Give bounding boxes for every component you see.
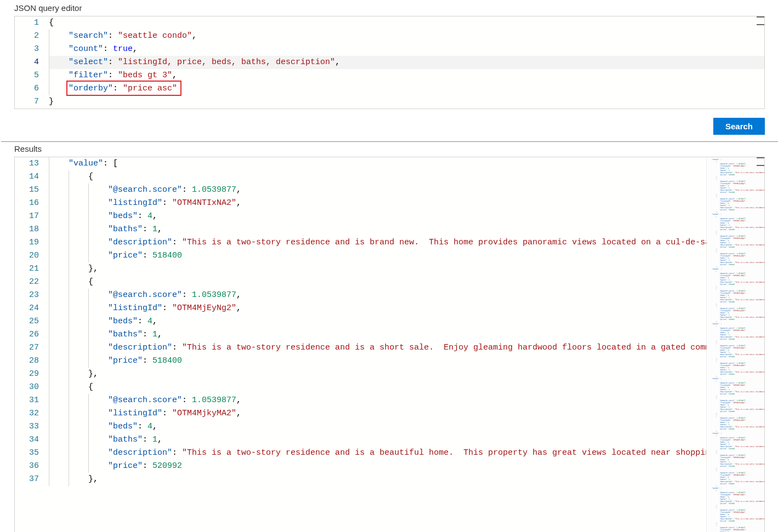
line-number: 35 <box>15 447 39 460</box>
line-number: 30 <box>15 381 39 394</box>
line-number: 27 <box>15 341 39 354</box>
line-number: 16 <box>15 197 39 210</box>
line-number: 5 <box>15 69 39 82</box>
line-number: 6 <box>15 82 39 95</box>
code-line: "baths": 1, <box>49 433 706 447</box>
code-line: { <box>49 16 764 30</box>
code-line: "filter": "beds gt 3", <box>49 69 764 82</box>
code-line: { <box>49 381 706 394</box>
overview-ruler <box>757 157 764 166</box>
line-number: 19 <box>15 236 39 249</box>
minimap[interactable]: "value": [ { "@search.score": 1.0539877,… <box>706 157 764 532</box>
code-line: "description": "This is a two-story resi… <box>49 447 706 460</box>
line-number: 7 <box>15 95 39 108</box>
code-line: "@search.score": 1.0539877, <box>49 289 706 302</box>
search-button[interactable]: Search <box>713 118 765 135</box>
code-line: }, <box>49 368 706 381</box>
line-number: 13 <box>15 157 39 170</box>
code-line: "description": "This is a two-story resi… <box>49 341 706 354</box>
code-line: "beds": 4, <box>49 420 706 433</box>
code-line: "select": "listingId, price, beds, baths… <box>49 56 764 69</box>
line-number: 23 <box>15 289 39 302</box>
code-line: "listingId": "OTM4NTIxNA2", <box>49 197 706 210</box>
line-number: 32 <box>15 407 39 420</box>
code-line: { <box>49 170 706 184</box>
query-editor-panel: 1234567 { "search": "seattle condo", "co… <box>14 16 765 109</box>
code-line: "@search.score": 1.0539877, <box>49 184 706 197</box>
code-line: "beds": 4, <box>49 210 706 223</box>
code-line: "baths": 1, <box>49 328 706 341</box>
code-line: "price": 520992 <box>49 460 706 473</box>
results-panel: 1314151617181920212223242526272829303132… <box>14 157 765 532</box>
line-number: 34 <box>15 433 39 447</box>
code-line: "baths": 1, <box>49 223 706 236</box>
line-number: 1 <box>15 16 39 30</box>
line-number: 3 <box>15 43 39 56</box>
results-viewer[interactable]: 1314151617181920212223242526272829303132… <box>15 157 706 486</box>
line-number: 2 <box>15 30 39 43</box>
line-number: 17 <box>15 210 39 223</box>
line-number: 24 <box>15 302 39 315</box>
editor-title: JSON query editor <box>1 1 778 16</box>
line-number: 37 <box>15 473 39 486</box>
code-line: "@search.score": 1.0539877, <box>49 394 706 407</box>
line-number: 31 <box>15 394 39 407</box>
line-number: 28 <box>15 354 39 368</box>
line-number: 14 <box>15 170 39 184</box>
code-line: }, <box>49 473 706 486</box>
code-line: "orderby": "price asc" <box>49 82 764 95</box>
code-line: "listingId": "OTM4MjEyNg2", <box>49 302 706 315</box>
line-number: 18 <box>15 223 39 236</box>
code-line: "description": "This is a two-story resi… <box>49 236 706 249</box>
code-line: "count": true, <box>49 43 764 56</box>
line-number: 36 <box>15 460 39 473</box>
line-number: 15 <box>15 184 39 197</box>
code-line: "search": "seattle condo", <box>49 30 764 43</box>
code-line: } <box>49 95 764 108</box>
code-line: "price": 518400 <box>49 249 706 262</box>
line-number: 21 <box>15 262 39 276</box>
line-number: 26 <box>15 328 39 341</box>
line-number: 22 <box>15 276 39 289</box>
line-number: 25 <box>15 315 39 328</box>
line-number: 33 <box>15 420 39 433</box>
code-line: { <box>49 276 706 289</box>
code-line: }, <box>49 262 706 276</box>
code-line: "price": 518400 <box>49 354 706 368</box>
line-number: 20 <box>15 249 39 262</box>
results-title: Results <box>1 142 778 157</box>
line-number: 4 <box>15 56 39 69</box>
line-number: 29 <box>15 368 39 381</box>
code-line: "beds": 4, <box>49 315 706 328</box>
code-line: "value": [ <box>49 157 706 170</box>
code-line: "listingId": "OTM4MjkyMA2", <box>49 407 706 420</box>
query-editor[interactable]: 1234567 { "search": "seattle condo", "co… <box>15 16 764 108</box>
